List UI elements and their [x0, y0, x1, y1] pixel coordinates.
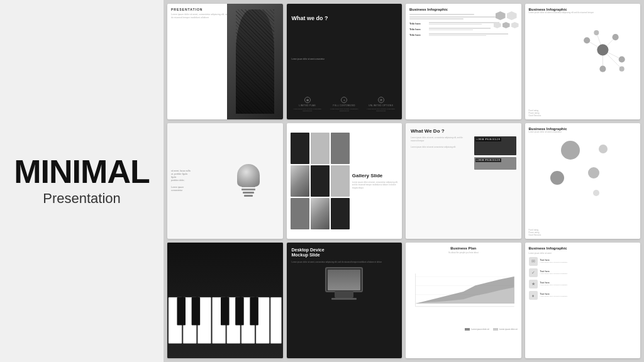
- photo-cell-4: [291, 165, 309, 197]
- bubble-5: [593, 190, 599, 196]
- icon-list-item-0: ✉ Text here Lorem ipsum dolor sit amet c…: [529, 257, 637, 266]
- slide-10[interactable]: Desktop DeviceMockup Slide Lorem ipsum d…: [287, 243, 402, 358]
- slide-4[interactable]: Business Infographic Lorem ipsum dolor s…: [525, 4, 641, 119]
- img-container-2: LOREM IPSUM DOLOR: [474, 157, 516, 170]
- t-line: [429, 24, 482, 25]
- svg-rect-22: [192, 298, 201, 326]
- legend-color-2: [493, 328, 498, 331]
- icon-0-desc: Lorem ipsum dolor sit amet, consectetur …: [292, 108, 324, 112]
- icon-list-sub-3: Lorem ipsum dolor sit amet consectetur: [540, 295, 568, 298]
- svg-rect-23: [221, 298, 230, 326]
- monitor-wrapper: [325, 267, 363, 300]
- title-item-2: Title here: [409, 33, 518, 36]
- slide-7-images: LOREM IPSUM DOLOR LOREM IPSUM DOLOR: [474, 136, 516, 170]
- slide-7-text: Lorem ipsum dolor sit amet, consectetur …: [411, 136, 470, 170]
- t-line: [429, 35, 486, 36]
- legend-label-2: Lorem ipsum dolor sit: [499, 328, 518, 331]
- icon-list-sub-0: Lorem ipsum dolor sit amet consectetur: [540, 261, 568, 264]
- icon-list-sub-1: Lorem ipsum dolor sit amet consectetur: [540, 273, 568, 275]
- slide-2-question: What we do ?: [292, 15, 397, 21]
- hexagon-light: [507, 11, 517, 20]
- slide-11[interactable]: Business Plan It's about the people you …: [406, 243, 521, 358]
- photo-cell-5: [311, 165, 330, 197]
- icon-list-content-2: Text here Lorem ipsum dolor sit amet con…: [540, 282, 568, 287]
- bubble-chart: [529, 137, 637, 212]
- chart-legend: Lorem ipsum dolor sit Lorem ipsum dolor …: [409, 328, 518, 331]
- slide-12-text: Lorem ipsum dolor sit amet: [529, 252, 637, 255]
- star-icon: ★: [529, 280, 538, 288]
- svg-point-8: [619, 56, 625, 62]
- icon-1-desc: Lorem ipsum dolor sit amet, consectetur …: [328, 108, 360, 112]
- icon-0-label: LIMITED PLAN: [299, 104, 316, 107]
- icon-list-sub-2: Lorem ipsum dolor sit amet consectetur: [540, 284, 568, 287]
- icon-list-item-2: ★ Text here Lorem ipsum dolor sit amet c…: [529, 280, 637, 288]
- slide-4-labels: Fixed rating Power rating Good Services: [529, 109, 541, 117]
- slide-9[interactable]: [167, 243, 283, 358]
- photo-cell-1: [291, 133, 309, 164]
- icon-2-label: UNLIMITED OPTIONS: [369, 104, 393, 107]
- bulb-container: [218, 164, 279, 199]
- monitor-screen: [328, 270, 360, 290]
- p-line: [409, 18, 464, 19]
- icon-item-2: ⟳ UNLIMITED OPTIONS Lorem ipsum dolor si…: [365, 97, 397, 112]
- lightbulb: [236, 164, 261, 199]
- icon-item-0: ⊕ LIMITED PLAN Lorem ipsum dolor sit ame…: [292, 97, 324, 112]
- svg-point-10: [584, 37, 590, 43]
- t-label-1: Title here: [409, 28, 427, 31]
- slide-8[interactable]: Business Infographic Lorem ipsum dolor s…: [525, 123, 641, 239]
- t-line: [429, 28, 491, 29]
- hexagon-sm3: [511, 22, 519, 28]
- p-line: [409, 14, 474, 15]
- refresh-icon: ⟳: [378, 97, 384, 103]
- icon-list-item-3: ♦ Text here Lorem ipsum dolor sit amet c…: [529, 291, 637, 300]
- slide-10-title: Desktop DeviceMockup Slide: [292, 248, 397, 258]
- icon-list-content-3: Text here Lorem ipsum dolor sit amet con…: [540, 293, 568, 298]
- slide-1-text: Lorem ipsum dolor sit amet, consectetur …: [171, 13, 230, 19]
- t-label-2: Title here: [409, 33, 427, 36]
- slide-1[interactable]: PRESENTATION Lorem ipsum dolor sit amet,…: [167, 4, 283, 119]
- icon-list-content-0: Text here Lorem ipsum dolor sit amet con…: [540, 259, 568, 264]
- svg-point-6: [597, 44, 608, 55]
- slides-grid: PRESENTATION Lorem ipsum dolor sit amet,…: [164, 0, 644, 362]
- photo-cell-8: [311, 198, 330, 229]
- svg-point-9: [599, 66, 606, 72]
- bulb-base: [242, 185, 255, 197]
- t-line: [429, 22, 499, 23]
- t-bar-2: [429, 33, 518, 36]
- svg-point-7: [613, 34, 619, 40]
- slide-3[interactable]: Business Infographic Title h: [406, 4, 521, 119]
- icon-list-content-1: Text here Lorem ipsum dolor sit amet con…: [540, 270, 568, 275]
- svg-point-12: [594, 30, 599, 35]
- svg-point-11: [619, 67, 625, 72]
- photo-cell-7: [291, 198, 309, 229]
- slide-5[interactable]: sit amet, lacus nullaut, porttitor ligul…: [167, 123, 283, 239]
- diamond-icon: ♦: [529, 291, 538, 300]
- bulb-globe: [237, 164, 260, 187]
- hexagon-sm2: [502, 22, 510, 28]
- hexagon-shapes: [494, 11, 519, 28]
- photo-cell-2: [311, 133, 330, 164]
- hexagon-dark: [496, 11, 506, 20]
- slide-8-labels: Fixed rating Power rating Good Services: [529, 229, 541, 236]
- photo-cell-3: [331, 133, 350, 164]
- svg-rect-20: [270, 298, 281, 344]
- globe-icon: ⊕: [304, 97, 311, 103]
- photo-cell-9: [331, 198, 350, 229]
- slide-6[interactable]: Gallery Slide Lorem ipsum dolor sit amet…: [287, 123, 402, 239]
- slide-5-placeholder: sit amet, lacus nullaut, porttitor ligul…: [171, 170, 214, 193]
- slide-7-lorem: Lorem ipsum dolor sit amet consectetur a…: [411, 146, 470, 149]
- hexagon-sm1: [494, 22, 501, 28]
- slide-7-desc: Lorem ipsum dolor sit amet, consectetur …: [411, 136, 470, 142]
- icon-list-item-1: ✓ Text here Lorem ipsum dolor sit amet c…: [529, 268, 637, 277]
- icon-2-desc: Lorem ipsum dolor sit amet, consectetur …: [365, 108, 397, 112]
- slide-12[interactable]: Business Infographic Lorem ipsum dolor s…: [525, 243, 641, 358]
- slide-7[interactable]: What We Do ? Lorem ipsum dolor sit amet,…: [406, 123, 521, 239]
- svg-rect-24: [235, 298, 244, 326]
- photo-cell-6: [331, 165, 350, 197]
- legend-label-1: Lorem ipsum dolor sit: [471, 328, 489, 331]
- slide-2[interactable]: What we do ? Lorem ipsum dolor sit amet …: [287, 4, 402, 119]
- icon-item-1: ⟐ FULL CUSTOMIZED Lorem ipsum dolor sit …: [328, 97, 360, 112]
- legend-item-2: Lorem ipsum dolor sit: [493, 328, 518, 331]
- t-line: [429, 33, 508, 35]
- bulb-stripe-4: [244, 195, 252, 197]
